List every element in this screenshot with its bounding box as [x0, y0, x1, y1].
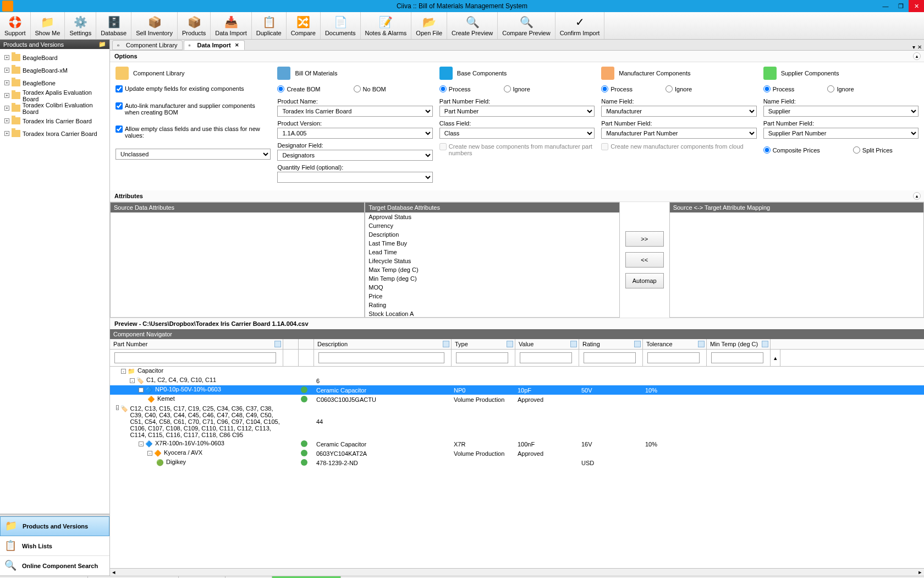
expand-icon[interactable]: - [139, 441, 144, 446]
maximize-button[interactable]: ❐ [893, 0, 909, 12]
field-select[interactable]: Class [439, 128, 595, 139]
attribute-item[interactable]: Stock Location A [365, 309, 619, 317]
field-select[interactable]: Toradex Iris Carrier Board [277, 106, 432, 117]
filter-input[interactable] [456, 352, 508, 363]
collapse-options-icon[interactable]: ▴ [913, 52, 921, 60]
ribbon-confirm-import[interactable]: ✓Confirm Import [556, 12, 605, 39]
attribute-item[interactable]: Currency [365, 221, 619, 230]
grid-row[interactable]: -🏷️C12, C13, C15, C17, C19, C25, C34, C3… [110, 404, 924, 439]
expand-icon[interactable]: - [139, 388, 144, 392]
field-select[interactable]: Manufacturer [601, 106, 756, 117]
column-header[interactable]: Description [314, 339, 452, 349]
tree-item[interactable]: +Toradex Colibri Evaluation Board [0, 102, 109, 114]
expand-icon[interactable]: - [121, 369, 126, 374]
radio-ignore[interactable]: Ignore [827, 85, 854, 92]
radio-no-bom[interactable]: No BOM [354, 85, 386, 92]
tree-item[interactable]: +BeagleBoard-xM [0, 64, 109, 77]
map-back-button[interactable]: << [625, 252, 664, 268]
expand-icon[interactable]: + [4, 118, 9, 123]
filter-icon[interactable] [634, 341, 641, 347]
tab-data-import[interactable]: ▫Data Import✕ [184, 40, 245, 50]
attribute-item[interactable]: Rating [365, 301, 619, 309]
expand-icon[interactable]: - [116, 405, 119, 410]
grid-row[interactable]: -🔶Kyocera / AVX0603YC104KAT2AVolume Prod… [110, 449, 924, 458]
horizontal-scrollbar[interactable]: ◂ ▸ [110, 568, 924, 576]
filter-input[interactable] [318, 352, 444, 363]
field-select[interactable]: Supplier [763, 106, 919, 117]
expand-icon[interactable]: + [4, 55, 9, 60]
tab-dropdown-icon[interactable]: ▾ [912, 44, 915, 50]
expand-icon[interactable]: - [147, 451, 152, 456]
attribute-item[interactable]: MOQ [365, 283, 619, 292]
grid-row[interactable]: 🟢Digikey478-1239-2-NDUSD [110, 458, 924, 467]
column-header[interactable]: Min Temp (deg C) [707, 339, 771, 349]
grid-row[interactable]: -📁Capacitor [110, 367, 924, 376]
field-select[interactable]: Designators [277, 150, 432, 161]
attribute-item[interactable]: Price [365, 292, 619, 301]
sidebar-nav-online-component-search[interactable]: 🔍Online Component Search [0, 556, 109, 576]
expand-icon[interactable]: - [130, 378, 135, 383]
checkbox[interactable]: Create new base components from manufact… [439, 143, 595, 156]
radio-composite-prices[interactable]: Composite Prices [763, 146, 820, 154]
checkbox[interactable]: Create new manufacturer components from … [601, 143, 756, 150]
product-tree[interactable]: +BeagleBoard+BeagleBoard-xM+BeagleBone+T… [0, 49, 109, 514]
field-select[interactable]: Part Number [439, 106, 595, 117]
ribbon-compare-preview[interactable]: 🔍Compare Preview [498, 12, 555, 39]
checkbox[interactable]: Update empty fields for existing compone… [116, 85, 271, 92]
expand-icon[interactable]: + [4, 131, 9, 136]
field-select[interactable] [277, 172, 432, 183]
tree-item[interactable]: +Toradex Apalis Evaluation Board [0, 89, 109, 102]
column-header[interactable] [283, 339, 299, 349]
tab-close-all-icon[interactable]: ✕ [917, 44, 922, 50]
tab-close-icon[interactable]: ✕ [234, 42, 240, 48]
filter-icon[interactable] [762, 341, 768, 347]
tab-component-library[interactable]: ▫Component Library [112, 40, 183, 50]
field-select[interactable]: Supplier Part Number [763, 128, 919, 139]
checkbox[interactable]: Allow empty class fields and use this cl… [116, 126, 271, 139]
close-button[interactable]: ✕ [909, 0, 924, 12]
column-header[interactable]: Value [515, 339, 579, 349]
target-attributes-panel[interactable]: Target Database Attributes Approval Stat… [365, 202, 619, 318]
attribute-item[interactable]: Last Time Buy [365, 239, 619, 248]
radio-split-prices[interactable]: Split Prices [853, 146, 893, 154]
tree-item[interactable]: +BeagleBoard [0, 51, 109, 64]
map-forward-button[interactable]: >> [625, 231, 664, 247]
filter-icon[interactable] [698, 341, 705, 347]
ribbon-support[interactable]: 🛟Support [0, 12, 31, 39]
grid-row[interactable]: -🏷️C1, C2, C4, C9, C10, C116 [110, 376, 924, 385]
filter-icon[interactable] [274, 341, 281, 347]
field-select[interactable]: Manufacturer Part Number [601, 128, 756, 139]
ribbon-show-me[interactable]: 📁Show Me [31, 12, 65, 39]
automap-button[interactable]: Automap [625, 273, 664, 288]
expand-icon[interactable]: + [4, 93, 9, 98]
filter-input[interactable] [647, 352, 700, 363]
ribbon-notes-&-alarms[interactable]: 📝Notes & Alarms [361, 12, 412, 39]
minimize-button[interactable]: — [878, 0, 893, 12]
scroll-right-icon[interactable]: ▸ [919, 569, 922, 576]
ribbon-sell-inventory[interactable]: 📦Sell Inventory [131, 12, 178, 39]
expand-icon[interactable]: + [4, 106, 9, 111]
attribute-item[interactable]: Min Temp (deg C) [365, 274, 619, 283]
column-header[interactable]: Rating [579, 339, 643, 349]
radio-ignore[interactable]: Ignore [504, 85, 530, 92]
sort-up-icon[interactable]: ▴ [771, 350, 780, 366]
column-header[interactable]: Tolerance [643, 339, 707, 349]
scroll-left-icon[interactable]: ◂ [112, 569, 116, 576]
radio-process[interactable]: Process [763, 85, 795, 92]
grid-row[interactable]: -🔷X7R-100n-16V-10%-0603Ceramic Capacitor… [110, 439, 924, 449]
attribute-item[interactable]: Approval Status [365, 212, 619, 221]
source-attributes-panel[interactable]: Source Data Attributes [110, 202, 365, 318]
filter-icon[interactable] [443, 341, 449, 347]
filter-input[interactable] [584, 352, 636, 363]
sidebar-nav-products-and-versions[interactable]: 📁Products and Versions [0, 516, 109, 536]
ribbon-settings[interactable]: ⚙️Settings [65, 12, 96, 39]
attribute-item[interactable]: Description [365, 230, 619, 239]
attribute-item[interactable]: Lead Time [365, 248, 619, 257]
tree-item[interactable]: +Toradex Iris Carrier Board [0, 114, 109, 127]
ribbon-data-import[interactable]: 📥Data Import [211, 12, 251, 39]
radio-create-bom[interactable]: Create BOM [277, 85, 320, 92]
ribbon-duplicate[interactable]: 📋Duplicate [252, 12, 287, 39]
mapping-panel[interactable]: Source <-> Target Attribute Mapping [669, 202, 924, 318]
filter-icon[interactable] [570, 341, 577, 347]
grid-row[interactable]: -🔷NP0-10p-50V-10%-0603Ceramic CapacitorN… [110, 385, 924, 395]
